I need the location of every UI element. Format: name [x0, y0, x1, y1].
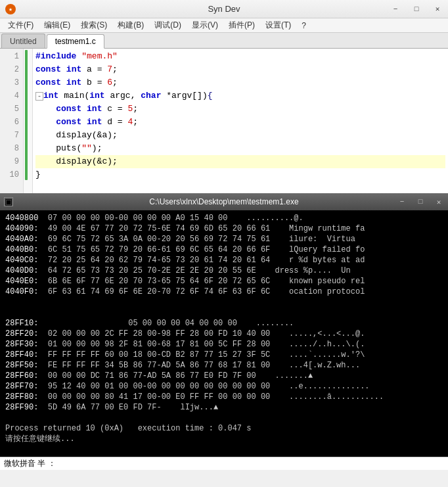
code-line-10: } [35, 168, 445, 181]
maximize-button[interactable]: □ [406, 0, 427, 18]
term-process-line: Process returned 10 (0xA) execution time… [5, 423, 443, 434]
term-line-5: 4040C0: 72 20 25 64 20 62 79 74-65 73 20… [5, 255, 443, 266]
gutter [24, 49, 33, 193]
menu-build[interactable]: 构建(B) [112, 18, 149, 32]
menu-plugin[interactable]: 插件(P) [223, 18, 260, 32]
term-line-2: 404090: 49 00 4E 67 77 20 72 75-6E 74 69… [5, 223, 443, 234]
terminal-maximize-button[interactable]: □ [411, 193, 430, 210]
code-line-2: const int a = 7; [35, 63, 445, 76]
menu-bar: 文件(F) 编辑(E) 搜索(S) 构建(B) 调试(D) 显示(V) 插件(P… [0, 18, 448, 33]
code-line-1: #include "mem.h" [35, 50, 445, 63]
menu-edit[interactable]: 编辑(E) [39, 18, 76, 32]
line-num-8: 8 [0, 142, 19, 155]
ime-bar: 微软拼音 半 ： [0, 457, 448, 470]
term-line-11: 28FF30: 01 00 00 00 98 2F 81 00-68 17 81… [5, 339, 443, 350]
term-empty-1 [5, 297, 443, 308]
term-line-15: 28FF70: 95 12 40 00 01 00 00-00 00 00 00… [5, 381, 443, 392]
terminal-title: C:\Users\xlnx\Desktop\mem\testmem1.exe [149, 197, 298, 206]
close-button[interactable]: ✕ [427, 0, 448, 18]
term-line-9: 28FF10: 05 00 00 00 04 00 00 00 ........ [5, 318, 443, 329]
terminal-title-bar: ▣ C:\Users\xlnx\Desktop\mem\testmem1.exe… [0, 193, 448, 210]
terminal-body: 4040800 07 00 00 00 00-00 00 00 00 A0 15… [0, 210, 448, 457]
terminal-content[interactable]: 4040800 07 00 00 00 00-00 00 00 00 A0 15… [0, 210, 448, 457]
term-line-3: 4040A0: 69 6C 75 72 65 3A 0A 00-20 20 56… [5, 234, 443, 244]
code-line-9: display(&c); [35, 155, 445, 168]
menu-settings[interactable]: 设置(T) [260, 18, 296, 32]
code-line-3: const int b = 6; [35, 76, 445, 89]
line-num-1: 1 [0, 50, 19, 63]
code-line-4: -int main(int argc, char *argv[]){ [35, 89, 445, 103]
tabs-bar: Untitled testmem1.c [0, 33, 448, 49]
terminal-minimize-button[interactable]: − [393, 193, 411, 210]
menu-search[interactable]: 搜索(S) [76, 18, 112, 32]
menu-view[interactable]: 显示(V) [187, 18, 223, 32]
term-line-12: 28FF40: FF FF FF FF 60 00 18 00-CD B2 87… [5, 350, 443, 360]
app-title: Syn Dev [208, 4, 240, 14]
line-num-3: 3 [0, 76, 19, 89]
ime-label: 微软拼音 半 ： [4, 458, 56, 469]
term-line-8: 4040F0: 6F 63 61 74 69 6F 6E 20-70 72 6F… [5, 287, 443, 297]
line-numbers: 1 2 3 4 5 6 7 8 9 10 [0, 49, 24, 193]
code-line-8: puts(""); [35, 142, 445, 155]
title-bar: ★ Syn Dev − □ ✕ [0, 0, 448, 18]
line-num-10: 10 [0, 168, 19, 181]
terminal-close-button[interactable]: ✕ [430, 193, 448, 210]
menu-debug[interactable]: 调试(D) [149, 18, 187, 32]
editor-area: 1 2 3 4 5 6 7 8 9 10 #include "mem.h" co… [0, 49, 448, 193]
terminal-wrapper: ▣ C:\Users\xlnx\Desktop\mem\testmem1.exe… [0, 193, 448, 470]
tab-untitled[interactable]: Untitled [1, 34, 45, 48]
term-line-13: 28FF50: FE FF FF FF 34 5B 86 77-AD 5A 86… [5, 360, 443, 371]
term-empty-2 [5, 308, 443, 318]
code-line-6: const int d = 4; [35, 116, 445, 129]
menu-file[interactable]: 文件(F) [3, 18, 39, 32]
term-line-14: 28FF60: 00 00 00 DC 71 86 77-AD 5A 86 77… [5, 371, 443, 381]
app-icon: ★ [5, 4, 16, 14]
term-line-7: 4040E0: 6B 6E 6F 77 6E 20 70 73-65 75 64… [5, 276, 443, 287]
term-prompt-line: 请按任意键继续... [5, 434, 443, 444]
term-empty-3 [5, 413, 443, 423]
term-line-6: 4040D0: 64 72 65 73 73 20 25 70-2E 2E 2E… [5, 266, 443, 276]
gutter-marker [25, 50, 28, 180]
window-controls: − □ ✕ [385, 0, 448, 18]
line-num-9: 9 [0, 155, 19, 168]
term-line-4: 4040B0: 6C 51 75 65 72 79 20 66-61 69 6C… [5, 244, 443, 255]
terminal-controls: − □ ✕ [393, 193, 448, 210]
line-num-6: 6 [0, 116, 19, 129]
line-num-2: 2 [0, 63, 19, 76]
minimize-button[interactable]: − [385, 0, 406, 18]
line-num-4: 4 [0, 89, 19, 103]
term-line-17: 28FF90: 5D 49 6A 77 00 E0 FD 7F- lIjw...… [5, 402, 443, 413]
term-line-16: 28FF80: 00 00 00 00 80 41 17 00-00 E0 FF… [5, 392, 443, 402]
terminal-icon: ▣ [4, 197, 13, 206]
line-num-7: 7 [0, 129, 19, 142]
tab-testmem1c[interactable]: testmem1.c [47, 34, 104, 49]
menu-help[interactable]: ? [296, 20, 311, 32]
code-content[interactable]: #include "mem.h" const int a = 7; const … [33, 49, 448, 193]
code-line-7: display(&a); [35, 129, 445, 142]
line-num-5: 5 [0, 103, 19, 116]
term-line-1: 4040800 07 00 00 00 00-00 00 00 00 A0 15… [5, 213, 443, 223]
term-line-10: 28FF20: 02 00 00 00 2C FF 28 00-98 FF 28… [5, 329, 443, 339]
code-line-5: const int c = 5; [35, 103, 445, 116]
